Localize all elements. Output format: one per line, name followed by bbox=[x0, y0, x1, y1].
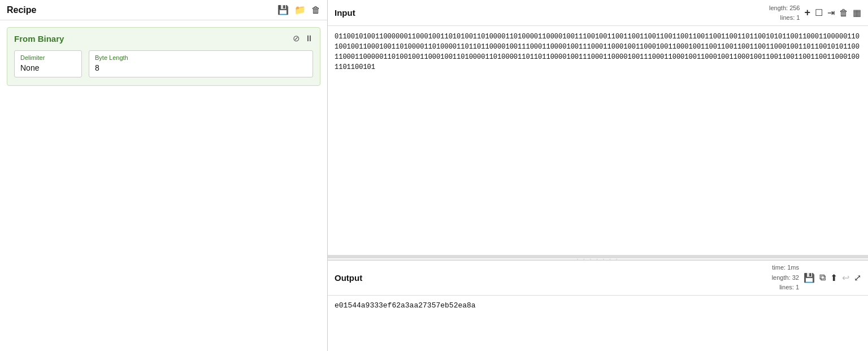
input-content[interactable]: 0110010100110000001100010011010100110100… bbox=[328, 26, 868, 255]
delete-input-icon[interactable]: 🗑 bbox=[839, 8, 848, 18]
recipe-toolbar: 💾 📁 🗑 bbox=[277, 5, 320, 15]
right-panel: Input length: 256 lines: 1 + ☐ ⇥ 🗑 ▦ 011… bbox=[328, 0, 868, 351]
card-header: From Binary ⊘ ⏸ bbox=[14, 33, 313, 44]
output-lines-label: lines: bbox=[779, 284, 794, 291]
card-fields: Delimiter None Byte Length 8 bbox=[14, 50, 313, 77]
output-meta: time: 1ms length: 32 lines: 1 bbox=[772, 263, 799, 293]
output-length-label: length: bbox=[772, 274, 791, 281]
delimiter-value[interactable]: None bbox=[20, 63, 76, 72]
delimiter-field: Delimiter None bbox=[14, 50, 82, 77]
input-title: Input bbox=[335, 8, 355, 18]
output-toolbar: 💾 ⧉ ⬆ ↩ ⤢ bbox=[804, 272, 861, 283]
save-output-icon[interactable]: 💾 bbox=[804, 272, 815, 283]
input-length-value: 256 bbox=[789, 5, 800, 11]
from-binary-card: From Binary ⊘ ⏸ Delimiter None Byte Leng… bbox=[7, 27, 320, 86]
input-section: Input length: 256 lines: 1 + ☐ ⇥ 🗑 ▦ 011… bbox=[328, 0, 868, 257]
output-content[interactable]: e01544a9333ef62a3aa27357eb52ea8a bbox=[328, 296, 868, 351]
save-recipe-icon[interactable]: 💾 bbox=[277, 5, 289, 15]
recipe-title: Recipe bbox=[7, 5, 36, 15]
new-input-icon[interactable]: ☐ bbox=[815, 7, 823, 18]
export-output-icon[interactable]: ⬆ bbox=[830, 272, 837, 283]
input-text: 0110010100110000001100010011010100110100… bbox=[335, 33, 860, 71]
delete-recipe-icon[interactable]: 🗑 bbox=[311, 5, 320, 15]
import-input-icon[interactable]: ⇥ bbox=[827, 7, 835, 18]
card-actions: ⊘ ⏸ bbox=[293, 33, 313, 44]
recipe-body: From Binary ⊘ ⏸ Delimiter None Byte Leng… bbox=[0, 20, 327, 351]
output-length-value: 32 bbox=[792, 274, 799, 281]
output-header: Output time: 1ms length: 32 lines: 1 💾 ⧉… bbox=[328, 261, 868, 296]
input-lines-value: 1 bbox=[796, 14, 800, 21]
input-meta: length: 256 lines: 1 bbox=[769, 3, 800, 22]
expand-output-icon[interactable]: ⤢ bbox=[854, 272, 861, 283]
recipe-header: Recipe 💾 📁 🗑 bbox=[0, 0, 327, 20]
copy-output-icon[interactable]: ⧉ bbox=[819, 272, 826, 283]
output-section: Output time: 1ms length: 32 lines: 1 💾 ⧉… bbox=[328, 261, 868, 351]
input-lines-label: lines: bbox=[780, 14, 795, 21]
add-input-icon[interactable]: + bbox=[804, 7, 810, 19]
output-text: e01544a9333ef62a3aa27357eb52ea8a bbox=[335, 301, 476, 310]
disable-icon[interactable]: ⊘ bbox=[293, 33, 300, 44]
open-folder-icon[interactable]: 📁 bbox=[294, 5, 306, 15]
byte-length-value[interactable]: 8 bbox=[95, 63, 307, 72]
undo-output-icon[interactable]: ↩ bbox=[842, 272, 849, 283]
input-length-label: length: bbox=[769, 5, 788, 11]
grid-input-icon[interactable]: ▦ bbox=[853, 7, 861, 18]
output-time-label: time: bbox=[772, 264, 785, 271]
input-toolbar: + ☐ ⇥ 🗑 ▦ bbox=[804, 7, 861, 19]
output-lines-value: 1 bbox=[796, 284, 799, 291]
pause-icon[interactable]: ⏸ bbox=[305, 33, 313, 44]
output-title: Output bbox=[335, 273, 362, 283]
delimiter-label: Delimiter bbox=[20, 54, 76, 61]
output-time-value: 1ms bbox=[787, 264, 799, 271]
recipe-panel: Recipe 💾 📁 🗑 From Binary ⊘ ⏸ Delimiter N… bbox=[0, 0, 328, 351]
card-title: From Binary bbox=[14, 34, 64, 44]
byte-length-label: Byte Length bbox=[95, 54, 307, 61]
byte-length-field: Byte Length 8 bbox=[89, 50, 313, 77]
input-header: Input length: 256 lines: 1 + ☐ ⇥ 🗑 ▦ bbox=[328, 0, 868, 26]
